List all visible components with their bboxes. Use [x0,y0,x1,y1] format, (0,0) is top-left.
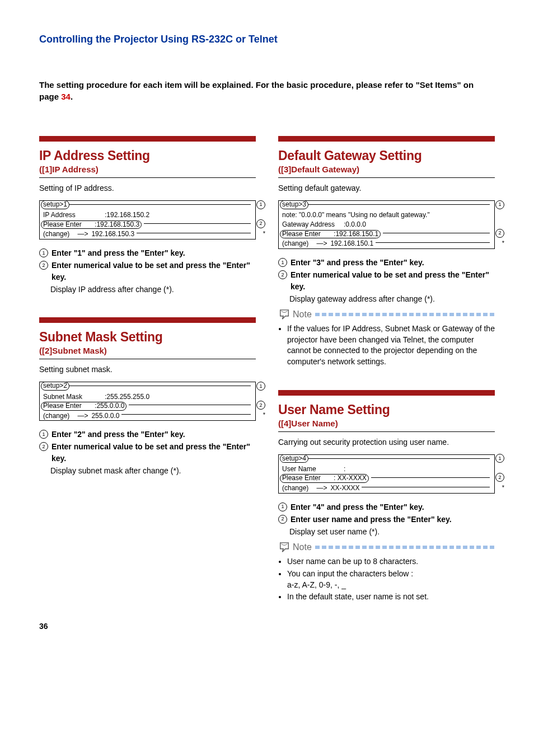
step-1-text: Enter "4" and press the "Enter" key. [291,503,424,511]
arrow-icon: —> [316,239,327,248]
step-1-text: Enter "2" and press the "Enter" key. [51,430,185,439]
terminal-block: setup>1 x 1 IP Address :192.168.150.2 Pl… [39,200,256,240]
section-subtitle: ([2]Subnet Mask) [39,346,256,355]
row-value: : XX-XXXX [334,474,367,482]
step-1-icon: 1 [278,503,287,511]
note-dots [315,546,495,549]
callout-1-icon: 1 [256,382,265,391]
callout-1-icon: 1 [495,200,504,209]
row-label: IP Address [43,210,105,219]
section-desc: Setting subnet mask. [39,365,256,374]
section-desc: Carrying out security protection using u… [278,438,495,447]
step-2-text: Enter numerical value to be set and pres… [291,270,489,290]
row-label: Gateway Address [282,220,344,229]
step-2-text: Enter numerical value to be set and pres… [51,442,250,462]
callout-2-icon: 2 [495,473,504,482]
section-desc: Setting of IP address. [39,184,256,192]
page-number: 36 [39,622,48,631]
section-ip-address: IP Address Setting ([1]IP Address) Setti… [39,136,256,295]
terminal-prompt: setup>1 [41,200,69,209]
terminal-block: setup>4 x 1 User Name : Please Enter : X… [278,454,495,494]
section-bar [278,136,495,142]
terminal-note: note: "0.0.0.0" means "Using no default … [282,210,430,219]
row-value: :192.168.150.3 [95,220,139,228]
intro-before: The setting procedure for each item will… [39,80,474,101]
row-value: 255.0.0.0 [91,411,119,420]
note-dots [315,313,495,316]
section-bar [39,136,256,142]
intro-page-ref: 34 [61,92,71,101]
section-subnet-mask: Subnet Mask Setting ([2]Subnet Mask) Set… [39,317,256,476]
step-2-icon: 2 [39,442,48,451]
note-header: Note [278,542,495,553]
terminal-prompt: setup>3 [280,200,308,209]
section-title: IP Address Setting [39,148,256,163]
terminal-block: setup>2 x 1 Subnet Mask :255.255.255.0 P… [39,382,256,421]
intro-text: The setting procedure for each item will… [39,79,495,102]
arrow-icon: —> [77,411,88,420]
row-value: 192.168.150.1 [330,239,373,248]
section-title: Default Gateway Setting [278,148,495,163]
callout-1-icon: 1 [495,454,504,463]
callout-2-icon: 2 [495,229,504,238]
step-1-icon: 1 [39,248,48,257]
section-subtitle: ([1]IP Address) [39,165,256,174]
row-label: (change) [43,411,69,420]
steps-list: 1Enter "4" and press the "Enter" key. 2E… [278,501,495,538]
callout-star: * [263,411,265,419]
callout-2-icon: 2 [256,401,265,410]
step-1-text: Enter "1" and press the "Enter" key. [51,248,185,257]
section-subtitle: ([3]Default Gateway) [278,165,495,174]
callout-1-icon: 1 [256,200,265,209]
divider [39,359,256,359]
row-value: 192.168.150.3 [91,229,134,238]
row-label: User Name [282,464,344,473]
row-value: :255.255.255.0 [105,392,149,401]
row-value: : [344,464,345,473]
step-1-icon: 1 [278,258,287,267]
terminal-block: setup>3 x 1 note: "0.0.0.0" means "Using… [278,200,495,249]
note-icon [278,309,291,320]
arrow-icon: —> [77,229,88,238]
callout-star: * [502,239,504,247]
step-2-text: Enter numerical value to be set and pres… [51,261,250,281]
note-label: Note [293,309,312,320]
step-after-text: Display IP address after change (*). [50,284,256,295]
step-2-icon: 2 [278,515,287,524]
row-value: :192.168.150.2 [105,210,149,219]
divider [39,177,256,178]
section-user-name: User Name Setting ([4]User Name) Carryin… [278,390,495,603]
terminal-prompt: setup>2 [41,382,69,391]
row-label: Please Enter [282,231,321,238]
steps-list: 1Enter "3" and press the "Enter" key. 2E… [278,257,495,304]
arrow-icon: —> [316,483,327,492]
step-2-text: Enter user name and press the "Enter" ke… [291,515,452,524]
note-item: In the default state, user name is not s… [287,591,495,603]
section-title: User Name Setting [278,402,495,417]
divider [278,431,495,432]
note-icon [278,542,291,553]
row-value: :0.0.0.0 [344,220,366,229]
row-label: (change) [282,239,308,248]
steps-list: 1Enter "1" and press the "Enter" key. 2E… [39,247,256,295]
row-label: Please Enter [43,402,82,410]
step-1-text: Enter "3" and press the "Enter" key. [291,258,424,267]
row-value: :255.0.0.0 [95,402,124,410]
step-after-text: Display gateway address after change (*)… [289,293,495,304]
step-after-text: Display subnet mask after change (*). [50,465,256,476]
note-item: You can input the characters below : a-z… [287,569,495,590]
row-label: Subnet Mask [43,392,105,401]
step-after-text: Display set user name (*). [289,526,495,537]
note-header: Note [278,309,495,320]
row-label: Please Enter [282,475,321,482]
callout-2-icon: 2 [256,219,265,228]
note-item: User name can be up to 8 characters. [287,556,495,567]
note-label: Note [293,542,312,552]
note-body: If the values for IP Address, Subnet Mas… [278,323,495,367]
callout-star: * [502,483,504,492]
row-value: :192.168.150.1 [334,230,378,238]
note-body: User name can be up to 8 characters. You… [278,556,495,602]
section-bar [278,390,495,396]
row-value: XX-XXXX [330,483,359,492]
step-2-icon: 2 [278,270,287,279]
